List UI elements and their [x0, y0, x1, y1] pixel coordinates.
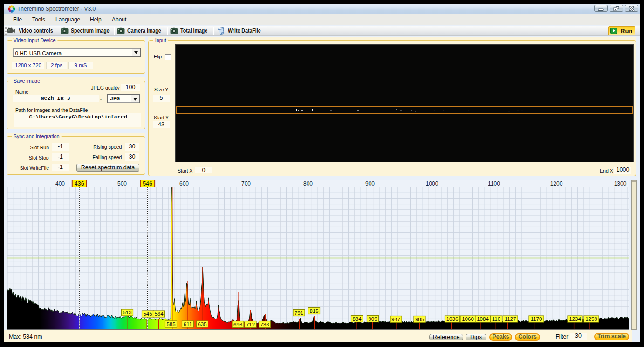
svg-text:884: 884 — [352, 316, 362, 322]
svg-text:545: 545 — [143, 311, 152, 317]
svg-text:1300: 1300 — [614, 180, 627, 187]
svg-text:909: 909 — [368, 316, 377, 322]
svg-text:1127: 1127 — [505, 316, 516, 322]
svg-text:500: 500 — [117, 180, 127, 187]
svg-text:1259: 1259 — [585, 316, 597, 322]
svg-text:791: 791 — [295, 310, 303, 316]
svg-text:736: 736 — [260, 322, 269, 327]
svg-text:700: 700 — [241, 180, 251, 187]
svg-text:1170: 1170 — [531, 316, 542, 322]
svg-text:1000: 1000 — [426, 180, 438, 187]
svg-text:585: 585 — [166, 321, 175, 327]
svg-text:400: 400 — [55, 180, 65, 187]
svg-text:1060: 1060 — [462, 316, 474, 322]
svg-text:1084: 1084 — [477, 316, 489, 322]
svg-text:693: 693 — [233, 322, 242, 327]
svg-text:947: 947 — [391, 317, 400, 322]
svg-text:985: 985 — [415, 317, 424, 322]
svg-text:1200: 1200 — [550, 180, 563, 187]
svg-text:815: 815 — [309, 308, 318, 314]
svg-text:800: 800 — [303, 180, 313, 187]
svg-text:110: 110 — [492, 316, 500, 322]
svg-text:1036: 1036 — [446, 316, 459, 322]
svg-text:1234: 1234 — [569, 316, 581, 322]
svg-text:546: 546 — [143, 180, 152, 187]
svg-text:564: 564 — [154, 311, 164, 317]
svg-text:712: 712 — [246, 322, 255, 327]
svg-text:900: 900 — [365, 180, 375, 187]
svg-text:1100: 1100 — [488, 180, 500, 187]
svg-text:436: 436 — [75, 180, 84, 187]
svg-text:513: 513 — [123, 310, 131, 315]
svg-text:635: 635 — [198, 321, 206, 327]
svg-text:611: 611 — [184, 321, 192, 327]
svg-text:600: 600 — [179, 180, 189, 187]
